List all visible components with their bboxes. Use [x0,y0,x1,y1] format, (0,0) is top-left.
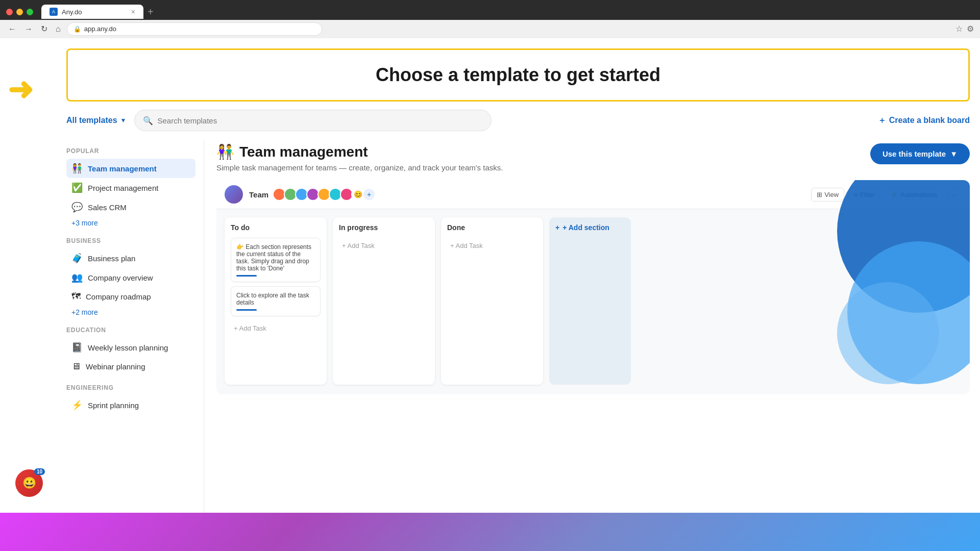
tab-close-btn[interactable]: × [131,8,135,16]
tab-title: Any.do [62,8,82,16]
create-blank-board-btn[interactable]: ＋ Create a blank board [878,115,970,126]
tab-favicon: A [50,8,58,16]
sidebar-item-team-management[interactable]: 👫 Team management [66,159,195,178]
bookmark-icon[interactable]: ☆ [955,24,963,34]
plus-icon: ＋ [878,115,886,126]
reload-btn[interactable]: ↻ [39,22,50,36]
col-title-done: Done [447,223,537,232]
sidebar-item-business-plan[interactable]: 🧳 Business plan [66,248,195,268]
home-btn[interactable]: ⌂ [54,22,63,36]
notif-count: 10 [34,468,45,475]
add-section-btn[interactable]: + + Add section [549,217,631,385]
task-card[interactable]: Click to explore all the task details [231,286,321,316]
main-content: Choose a template to get started All tem… [56,38,980,513]
maximize-window-btn[interactable] [27,9,33,15]
sidebar-item-webinar-planning[interactable]: 🖥 Webinar planning [66,357,195,376]
sidebar-item-company-roadmap[interactable]: 🗺 Company roadmap [66,287,195,306]
plus-icon: + [555,223,559,232]
back-btn[interactable]: ← [6,22,18,36]
page-title: Choose a template to get started [82,64,954,86]
notif-avatar: 😀 10 [15,469,43,497]
sidebar-item-weekly-lesson[interactable]: 📓 Weekly lesson planning [66,338,195,357]
address-bar[interactable]: 🔒 app.any.do [67,22,322,36]
use-template-btn[interactable]: Use this template ▼ [870,143,970,164]
business-more-link[interactable]: +2 more [66,306,195,318]
filter-label: Filter [860,191,875,198]
sprint-planning-icon: ⚡ [71,399,83,411]
board-top-bar: Team 😊 + [216,180,970,209]
all-templates-btn[interactable]: All templates ▼ [66,116,126,125]
task-card[interactable]: 👉 Each section represents the current st… [231,238,321,282]
company-overview-icon: 👥 [71,272,83,283]
filter-btn[interactable]: ≡ Filter [848,188,880,202]
forward-btn[interactable]: → [22,22,35,36]
template-title-area: 👫 Team management Simple task management… [216,143,503,172]
footer-gradient [0,513,980,551]
sidebar-item-label: Project management [88,184,158,192]
sidebar-item-project-management[interactable]: ✅ Project management [66,178,195,197]
more-options-btn[interactable]: ··· [947,188,962,202]
sidebar-item-label: Sprint planning [88,401,139,410]
board-members: 😊 + [275,188,376,201]
sidebar-item-company-overview[interactable]: 👥 Company overview [66,268,195,287]
new-tab-btn[interactable]: + [148,6,154,18]
sidebar-item-label: Team management [88,164,157,173]
create-blank-label: Create a blank board [889,116,970,125]
task-progress-bar [236,275,257,277]
minimize-window-btn[interactable] [16,9,23,15]
sidebar-item-sales-crm[interactable]: 💬 Sales CRM [66,197,195,217]
view-btn[interactable]: ⊞ View [811,188,844,202]
add-task-btn-done[interactable]: + Add Task [447,240,537,252]
close-window-btn[interactable] [6,9,13,15]
nav-right-actions: ☆ ⚙ [955,24,974,34]
add-member-btn[interactable]: + [362,188,376,201]
sidebar: POPULAR 👫 Team management ✅ Project mana… [66,139,204,513]
search-icon: 🔍 [143,116,153,126]
company-roadmap-icon: 🗺 [71,291,81,302]
template-name: Team management [239,144,368,160]
browser-chrome: A Any.do × + ← → ↻ ⌂ 🔒 app.any.do ☆ ⚙ [0,0,980,38]
webinar-planning-icon: 🖥 [71,361,81,372]
search-bar[interactable]: 🔍 [134,110,492,131]
chevron-down-icon: ▼ [120,117,127,124]
add-task-label: + Add Task [234,324,266,332]
board-name: Team [249,190,268,199]
board-preview: Team 😊 + [216,180,970,394]
board-actions: ⊞ View ≡ Filter ⚡ Automations · [811,188,962,202]
education-section-label: EDUCATION [66,327,195,334]
chevron-down-icon: ▼ [950,149,958,158]
business-plan-icon: 🧳 [71,253,83,264]
notification-badge[interactable]: 😀 10 [15,469,46,500]
view-label: View [824,191,839,198]
add-task-btn-inprogress[interactable]: + Add Task [339,240,429,252]
window-controls [6,9,33,15]
arrow-icon: ➜ [8,71,33,107]
extensions-icon[interactable]: ⚙ [967,24,974,34]
add-task-label: + Add Task [450,242,483,249]
template-title-row: 👫 Team management [216,143,503,160]
automations-icon: ⚡ [890,191,898,198]
popular-more-link[interactable]: +3 more [66,217,195,229]
add-task-btn-todo[interactable]: + Add Task [231,322,321,334]
template-description: Simple task management for teams — creat… [216,163,503,172]
board-avatar [225,185,243,204]
kanban-area: To do 👉 Each section represents the curr… [216,209,970,393]
project-management-icon: ✅ [71,182,83,193]
template-header: 👫 Team management Simple task management… [216,139,970,172]
view-icon: ⊞ [817,191,822,198]
app-wrapper: ➜ Choose a template to get started All t… [0,38,980,513]
body-layout: POPULAR 👫 Team management ✅ Project mana… [66,139,970,513]
search-input[interactable] [157,116,483,125]
kanban-col-done: Done + Add Task [441,217,543,385]
sidebar-item-label: Company overview [88,273,153,282]
use-template-label: Use this template [883,149,946,158]
yellow-arrow: ➜ [0,64,41,115]
lock-icon: 🔒 [74,26,81,33]
kanban-col-inprogress: In progress + Add Task [333,217,435,385]
automations-btn[interactable]: ⚡ Automations [885,188,943,202]
sidebar-item-label: Sales CRM [88,203,127,212]
col-title-todo: To do [231,223,321,232]
popular-section-label: POPULAR [66,147,195,155]
sidebar-item-sprint-planning[interactable]: ⚡ Sprint planning [66,395,195,415]
active-tab[interactable]: A Any.do × [41,5,143,19]
